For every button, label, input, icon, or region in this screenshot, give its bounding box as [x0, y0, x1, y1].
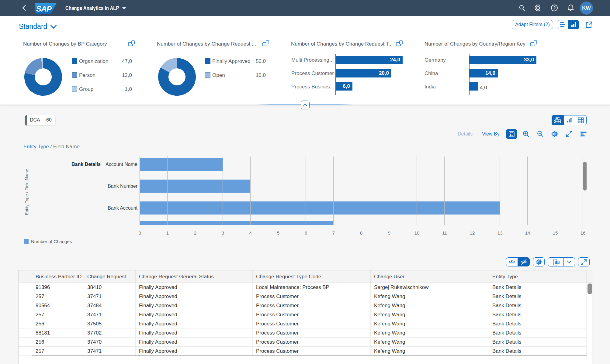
- svg-text:?: ?: [553, 5, 556, 10]
- svg-text:SAP: SAP: [36, 4, 52, 13]
